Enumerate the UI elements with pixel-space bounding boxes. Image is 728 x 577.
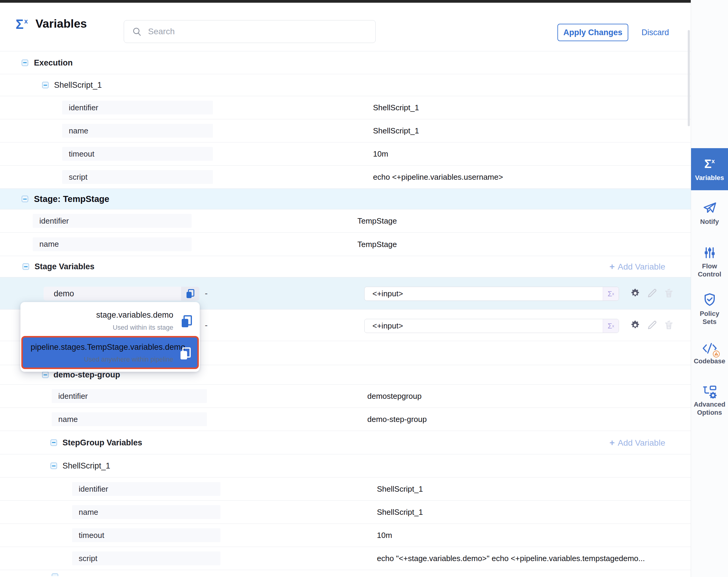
variable-name-input[interactable]: demo (44, 287, 200, 301)
variable-value-input[interactable]: <+input> Σx (364, 287, 619, 301)
tree-node-label: StepGroup Variables (62, 438, 142, 447)
flow-control-sliders-icon (703, 246, 717, 260)
variables-panel: Σx Variables Apply Changes Discard Execu… (0, 0, 728, 577)
tree-row-shellscript-nested: ShellScript_1 (0, 454, 691, 478)
collapse-icon[interactable] (23, 263, 29, 270)
settings-gear-icon[interactable] (629, 287, 641, 299)
variable-path-popup: stage.variables.demo Used within its sta… (20, 302, 200, 372)
expression-toggle-icon[interactable]: Σx (603, 319, 619, 333)
collapse-icon[interactable] (50, 440, 57, 446)
apply-changes-button[interactable]: Apply Changes (557, 24, 628, 41)
required-dash: - (205, 320, 208, 330)
kv-row: name TempStage (0, 233, 691, 256)
kv-row: timeout 10m (0, 143, 691, 166)
rail-item-policy-sets[interactable]: Policy Sets (691, 292, 728, 326)
field-label: name (62, 124, 213, 137)
rail-item-flow-control[interactable]: Flow Control (691, 246, 728, 278)
window-top-strip (0, 0, 728, 3)
variable-value-input[interactable]: <+input> Σx (364, 319, 619, 333)
settings-gear-icon[interactable] (629, 320, 641, 331)
collapse-icon[interactable] (42, 82, 49, 89)
page-title: Variables (35, 17, 87, 30)
vertical-scrollbar-thumb[interactable] (688, 30, 690, 126)
field-value: demo-step-group (367, 415, 427, 424)
field-value: ShellScript_1 (377, 508, 423, 517)
right-icon-rail: Σx Variables Notify Flow Control Policy … (691, 0, 728, 577)
plus-icon: + (609, 261, 615, 271)
field-label: name (33, 237, 191, 251)
tree-node-label: Execution (34, 58, 73, 67)
path-text: stage.variables.demo (96, 310, 173, 320)
tree-node-label: Stage Variables (34, 262, 95, 271)
add-variable-button[interactable]: +Add Variable (609, 261, 665, 272)
advanced-options-icon (702, 385, 717, 399)
kv-row: script echo <+pipeline.variables.usernam… (0, 166, 691, 189)
kv-row: timeout 10m (0, 524, 691, 547)
search-box[interactable] (124, 20, 376, 43)
collapse-icon[interactable] (52, 573, 58, 576)
variables-sigma-icon: Σx (691, 158, 728, 170)
edit-pencil-icon[interactable] (646, 320, 658, 331)
policy-sets-shield-icon (702, 292, 717, 307)
tree-node-label: ShellScript_1 (62, 461, 110, 471)
tree-row-execution: Execution (0, 51, 691, 74)
field-label: name (52, 412, 207, 426)
edit-pencil-icon[interactable] (646, 287, 658, 299)
field-label: script (62, 170, 213, 184)
rail-item-codebase[interactable]: Codebase (691, 342, 728, 365)
kv-row: name ShellScript_1 (0, 119, 691, 143)
kv-row: identifier ShellScript_1 (0, 96, 691, 119)
field-value: ShellScript_1 (373, 126, 419, 135)
field-label: identifier (52, 389, 207, 403)
tree-node-label: Stage: TempStage (34, 194, 109, 204)
variables-sigma-icon: Σx (16, 18, 28, 31)
field-value: 10m (377, 531, 392, 540)
field-value: echo <+pipeline.variables.username> (373, 173, 503, 182)
collapse-icon[interactable] (22, 59, 28, 66)
tree-node-label: ShellScript_1 (54, 80, 102, 90)
kv-row: script echo "<+stage.variables.demo>" ec… (0, 547, 691, 570)
kv-row: name demo-step-group (0, 408, 691, 431)
plus-icon: + (609, 437, 615, 448)
field-value: 10m (373, 149, 388, 159)
expression-toggle-icon[interactable]: Σx (603, 287, 619, 301)
notify-paper-plane-icon (702, 201, 718, 216)
search-icon (132, 26, 142, 37)
rail-item-variables-active[interactable]: Σx Variables (691, 148, 728, 190)
path-option-stage-scope[interactable]: stage.variables.demo Used within its sta… (20, 302, 200, 336)
field-label: name (72, 505, 220, 519)
path-scope-hint: Used within its stage (113, 324, 173, 331)
field-label: script (72, 551, 220, 565)
rail-item-advanced-options[interactable]: Advanced Options (691, 385, 728, 417)
kv-row: identifier demostepgroup (0, 385, 691, 408)
delete-trash-icon[interactable] (663, 287, 675, 299)
collapse-icon[interactable] (42, 372, 49, 378)
path-text: pipeline.stages.TempStage.variables.demo (31, 343, 185, 352)
rail-item-notify[interactable]: Notify (691, 201, 728, 226)
field-value: echo "<+stage.variables.demo>" echo <+pi… (377, 554, 645, 563)
field-value: demostepgroup (367, 392, 422, 401)
tree-row-stage-variables: Stage Variables +Add Variable (0, 256, 691, 277)
field-value: ShellScript_1 (377, 484, 423, 494)
codebase-warning-icon (713, 350, 720, 358)
copy-icon[interactable] (181, 347, 191, 359)
panel-header: Σx Variables Apply Changes Discard (0, 3, 691, 51)
copy-icon (186, 289, 194, 298)
collapse-icon[interactable] (50, 462, 57, 469)
search-input[interactable] (148, 26, 359, 37)
field-value: TempStage (357, 240, 397, 249)
collapse-icon[interactable] (22, 196, 28, 202)
path-option-pipeline-scope-highlighted[interactable]: pipeline.stages.TempStage.variables.demo… (21, 336, 199, 369)
copy-path-button[interactable] (181, 287, 200, 301)
kv-row: identifier TempStage (0, 209, 691, 233)
kv-row: name ShellScript_1 (0, 501, 691, 524)
field-label: timeout (72, 528, 220, 542)
field-label: timeout (62, 147, 213, 161)
discard-button[interactable]: Discard (642, 28, 669, 37)
copy-icon[interactable] (182, 315, 192, 327)
field-label: identifier (72, 482, 220, 496)
delete-trash-icon[interactable] (663, 320, 675, 331)
field-value: ShellScript_1 (373, 103, 419, 112)
add-variable-button[interactable]: +Add Variable (609, 437, 665, 448)
kv-row: identifier ShellScript_1 (0, 478, 691, 501)
